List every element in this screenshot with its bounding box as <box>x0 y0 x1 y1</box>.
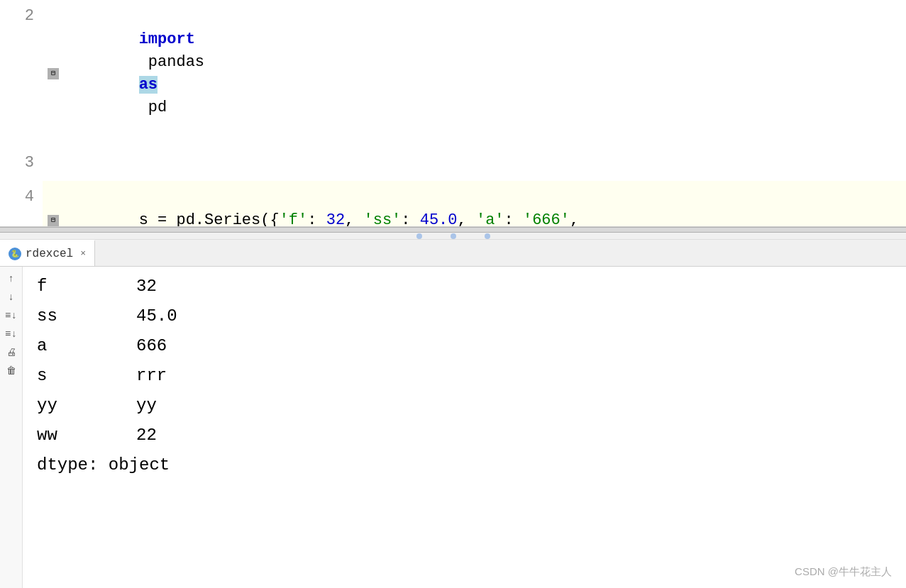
tab-label: rdexcel <box>26 248 73 260</box>
code-lines: 2 ⊟ import pandas as pd 3 4 ⊟ s = <box>0 0 906 227</box>
brace-open: { <box>270 211 279 227</box>
delete-button[interactable]: 🗑 <box>4 363 19 379</box>
tab-close-button[interactable]: × <box>80 248 86 259</box>
print-button[interactable]: 🖨 <box>4 345 19 360</box>
output-dtype: dtype: object <box>37 453 892 478</box>
terminal-body: ↑ ↓ ≡↓ ≡↓ 🖨 🗑 f 32 ss 45.0 a 666 s rrr <box>0 267 906 588</box>
terminal-tab-bar: 🐍 rdexcel × <box>0 240 906 267</box>
output-key-ss: ss <box>37 304 122 329</box>
line-gutter-4[interactable]: ⊟ <box>43 181 64 227</box>
colon1: : <box>307 211 326 227</box>
line-content-4: s = pd.Series({'f': 32, 'ss': 45.0, 'a':… <box>64 181 906 227</box>
scroll-dot-1 <box>416 233 422 239</box>
sort-desc-button[interactable]: ≡↓ <box>4 326 19 342</box>
comma2: , <box>458 211 476 227</box>
alias-pd: pd <box>139 99 167 116</box>
output-key-f: f <box>37 274 122 299</box>
output-content: f 32 ss 45.0 a 666 s rrr yy yy ww 22 <box>23 267 906 588</box>
sort-asc-button[interactable]: ≡↓ <box>4 308 19 323</box>
output-val-ss: 45.0 <box>136 304 177 329</box>
tab-python-icon: 🐍 <box>9 248 21 260</box>
line-number-3: 3 <box>0 147 43 181</box>
output-val-a: 666 <box>136 333 167 359</box>
line-content-2: import pandas as pd <box>64 0 906 147</box>
scroll-dot-2 <box>451 233 456 239</box>
val-32: 32 <box>326 211 345 227</box>
val-666: '666' <box>523 211 570 227</box>
line-number-4: 4 <box>0 181 43 227</box>
module-pandas: pandas <box>139 53 214 71</box>
terminal-section: 🐍 rdexcel × ↑ ↓ ≡↓ ≡↓ 🖨 🗑 f 32 ss 45.0 <box>0 240 906 588</box>
output-key-ww: ww <box>37 423 122 448</box>
scroll-indicator <box>0 233 906 240</box>
comma1: , <box>345 211 363 227</box>
output-row-ww: ww 22 <box>37 423 892 448</box>
keyword-import: import <box>139 30 195 48</box>
colon2: : <box>401 211 419 227</box>
line-gutter-2[interactable]: ⊟ <box>43 0 64 147</box>
code-line-4: 4 ⊟ s = pd.Series({'f': 32, 'ss': 45.0, … <box>0 181 906 227</box>
terminal-tab-rdexcel[interactable]: 🐍 rdexcel × <box>0 240 95 266</box>
line-content-3 <box>64 147 906 181</box>
editor-terminal-divider <box>0 227 906 233</box>
output-row-ss: ss 45.0 <box>37 304 892 329</box>
output-val-ww: 22 <box>136 423 157 448</box>
output-key-a: a <box>37 333 122 359</box>
code-editor: 2 ⊟ import pandas as pd 3 4 ⊟ s = <box>0 0 906 227</box>
watermark: CSDN @牛牛花主人 <box>795 564 892 580</box>
output-row-f: f 32 <box>37 274 892 299</box>
terminal-sidebar: ↑ ↓ ≡↓ ≡↓ 🖨 🗑 <box>0 267 23 588</box>
key-f: 'f' <box>280 211 308 227</box>
scroll-up-button[interactable]: ↑ <box>4 271 19 287</box>
scroll-down-button[interactable]: ↓ <box>4 289 19 305</box>
val-450: 45.0 <box>420 211 458 227</box>
code-line-2: 2 ⊟ import pandas as pd <box>0 0 906 147</box>
var-s: s = pd.Series( <box>139 211 270 227</box>
line-gutter-3 <box>43 147 64 181</box>
fold-icon-2[interactable]: ⊟ <box>48 68 59 79</box>
colon3: : <box>504 211 523 227</box>
key-ss: 'ss' <box>364 211 402 227</box>
scroll-dot-3 <box>485 233 490 239</box>
output-val-s: rrr <box>136 363 167 389</box>
comma3: , <box>570 211 579 227</box>
output-key-yy: yy <box>37 393 122 418</box>
output-row-yy: yy yy <box>37 393 892 418</box>
fold-icon-4[interactable]: ⊟ <box>48 215 59 226</box>
output-val-yy: yy <box>136 393 157 418</box>
code-line-3: 3 <box>0 147 906 181</box>
line-number-2: 2 <box>0 0 43 147</box>
output-key-s: s <box>37 363 122 389</box>
output-val-f: 32 <box>136 274 157 299</box>
key-a: 'a' <box>476 211 504 227</box>
output-row-s: s rrr <box>37 363 892 389</box>
output-row-a: a 666 <box>37 333 892 359</box>
keyword-as: as <box>139 76 158 94</box>
